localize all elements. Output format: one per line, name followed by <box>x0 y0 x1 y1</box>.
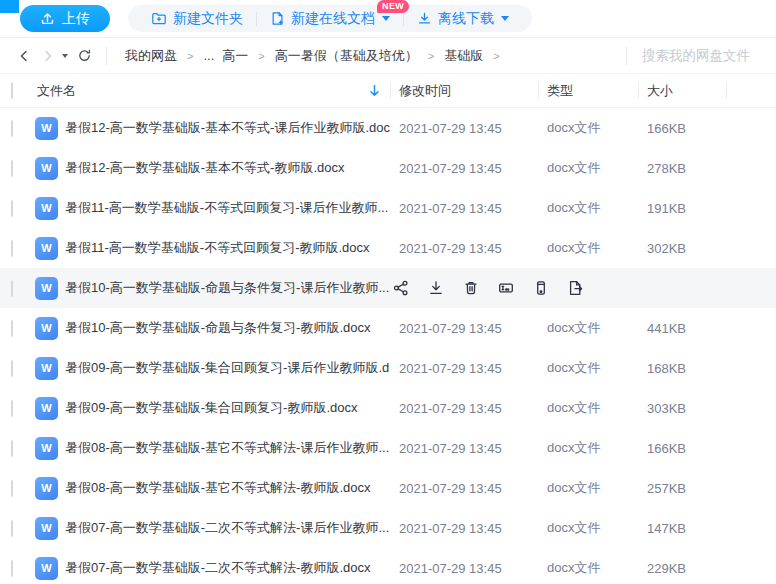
file-row[interactable]: W 暑假09-高一数学基础版-集合回顾复习-课后作业教师版.d... 2021-… <box>0 348 776 388</box>
file-name[interactable]: 暑假09-高一数学基础版-集合回顾复习-教师版.docx <box>65 399 390 417</box>
file-type: docx文件 <box>538 319 638 337</box>
column-header-name[interactable]: 文件名 <box>37 82 390 100</box>
file-size: 166KB <box>638 121 726 136</box>
search-area <box>626 47 776 65</box>
history-dropdown-icon[interactable] <box>62 54 68 58</box>
word-file-icon: W <box>35 317 58 340</box>
row-checkbox[interactable] <box>11 120 13 137</box>
download-icon[interactable] <box>427 279 445 297</box>
file-name[interactable]: 暑假09-高一数学基础版-集合回顾复习-课后作业教师版.d... <box>65 359 390 377</box>
file-row[interactable]: W 暑假10-高一数学基础版-命题与条件复习-教师版.docx 2021-07-… <box>0 308 776 348</box>
row-checkbox[interactable] <box>11 280 13 297</box>
file-name[interactable]: 暑假07-高一数学基础版-二次不等式解法-教师版.docx <box>65 559 390 577</box>
breadcrumb-item[interactable]: 高一暑假（基础及培优） <box>275 47 418 65</box>
file-name[interactable]: 暑假10-高一数学基础版-命题与条件复习-课后作业教师... <box>65 279 390 297</box>
row-checkbox[interactable] <box>11 400 13 417</box>
row-checkbox[interactable] <box>11 200 13 217</box>
file-size: 441KB <box>638 321 726 336</box>
chevron-down-icon <box>501 16 509 21</box>
file-row[interactable]: W 暑假09-高一数学基础版-集合回顾复习-教师版.docx 2021-07-2… <box>0 388 776 428</box>
word-file-icon: W <box>35 117 58 140</box>
row-checkbox[interactable] <box>11 560 13 577</box>
row-checkbox[interactable] <box>11 240 13 257</box>
file-name[interactable]: 暑假08-高一数学基础版-基它不等式解法-课后作业教师... <box>65 439 390 457</box>
word-file-icon: W <box>35 357 58 380</box>
chevron-down-icon <box>382 16 390 21</box>
file-type: docx文件 <box>538 239 638 257</box>
word-file-icon: W <box>35 437 58 460</box>
delete-icon[interactable] <box>462 279 480 297</box>
row-checkbox[interactable] <box>11 360 13 377</box>
file-row[interactable]: W 暑假12-高一数学基础版-基本不等式-教师版.docx 2021-07-29… <box>0 148 776 188</box>
file-name[interactable]: 暑假11-高一数学基础版-不等式回顾复习-课后作业教师... <box>65 199 390 217</box>
back-button[interactable] <box>12 44 36 68</box>
offline-download-label: 离线下载 <box>438 10 494 28</box>
file-name[interactable]: 暑假07-高一数学基础版-二次不等式解法-课后作业教师... <box>65 519 390 537</box>
word-file-icon: W <box>35 157 58 180</box>
new-folder-button[interactable]: 新建文件夹 <box>138 10 256 28</box>
breadcrumb-separator: > <box>428 50 434 62</box>
file-size: 191KB <box>638 201 726 216</box>
file-name[interactable]: 暑假08-高一数学基础版-基它不等式解法-教师版.docx <box>65 479 390 497</box>
row-checkbox[interactable] <box>11 160 13 177</box>
file-row[interactable]: W 暑假11-高一数学基础版-不等式回顾复习-课后作业教师... 2021-07… <box>0 188 776 228</box>
breadcrumb-item[interactable]: 基础版 <box>444 47 483 65</box>
select-all-checkbox[interactable] <box>11 82 13 99</box>
row-checkbox[interactable] <box>11 480 13 497</box>
word-file-icon: W <box>35 277 58 300</box>
search-input[interactable] <box>642 48 768 63</box>
file-size: 303KB <box>638 401 726 416</box>
file-modified-time: 2021-07-29 13:45 <box>390 401 538 416</box>
word-file-icon: W <box>35 397 58 420</box>
forward-button[interactable] <box>36 44 60 68</box>
row-action-bar <box>392 268 585 308</box>
file-name[interactable]: 暑假12-高一数学基础版-基本不等式-课后作业教师版.docx <box>65 119 390 137</box>
breadcrumb-separator: > <box>187 50 193 62</box>
file-row[interactable]: W 暑假08-高一数学基础版-基它不等式解法-课后作业教师... 2021-07… <box>0 428 776 468</box>
share-icon[interactable] <box>392 279 410 297</box>
file-size: 166KB <box>638 441 726 456</box>
word-file-icon: W <box>35 477 58 500</box>
file-name[interactable]: 暑假11-高一数学基础版-不等式回顾复习-教师版.docx <box>65 239 390 257</box>
file-name[interactable]: 暑假12-高一数学基础版-基本不等式-教师版.docx <box>65 159 390 177</box>
column-header-modified: 修改时间 <box>390 74 538 107</box>
new-online-doc-button[interactable]: 新建在线文档 NEW <box>257 10 403 28</box>
file-size: 278KB <box>638 161 726 176</box>
word-file-icon: W <box>35 517 58 540</box>
file-type: docx文件 <box>538 399 638 417</box>
file-row[interactable]: W 暑假11-高一数学基础版-不等式回顾复习-教师版.docx 2021-07-… <box>0 228 776 268</box>
breadcrumb-item[interactable]: 我的网盘 <box>125 47 177 65</box>
breadcrumb-item[interactable]: 高一 <box>222 47 248 65</box>
file-size: 168KB <box>638 361 726 376</box>
file-modified-time: 2021-07-29 13:45 <box>390 361 538 376</box>
toolbar-action-group: 新建文件夹 新建在线文档 NEW 离线下载 <box>128 5 532 32</box>
row-checkbox[interactable] <box>11 520 13 537</box>
word-file-icon: W <box>35 557 58 580</box>
file-row[interactable]: W 暑假10-高一数学基础版-命题与条件复习-课后作业教师... <box>0 268 776 308</box>
rename-icon[interactable] <box>497 279 515 297</box>
new-folder-icon <box>151 11 167 26</box>
file-row[interactable]: W 暑假07-高一数学基础版-二次不等式解法-教师版.docx 2021-07-… <box>0 548 776 584</box>
upload-button[interactable]: 上传 <box>20 5 110 32</box>
file-row[interactable]: W 暑假08-高一数学基础版-基它不等式解法-教师版.docx 2021-07-… <box>0 468 776 508</box>
file-modified-time: 2021-07-29 13:45 <box>390 561 538 576</box>
upload-icon <box>40 11 55 26</box>
top-left-accent <box>0 0 19 13</box>
toolbar: 上传 新建文件夹 新建在线文档 NEW <box>0 0 776 38</box>
row-checkbox[interactable] <box>11 320 13 337</box>
breadcrumb-item[interactable]: ... <box>203 48 214 63</box>
divider <box>626 47 627 65</box>
offline-download-button[interactable]: 离线下载 <box>404 10 522 28</box>
sort-desc-icon[interactable] <box>369 84 380 97</box>
file-size: 229KB <box>638 561 726 576</box>
file-name[interactable]: 暑假10-高一数学基础版-命题与条件复习-教师版.docx <box>65 319 390 337</box>
phone-icon[interactable] <box>532 279 550 297</box>
new-doc-label: 新建在线文档 <box>291 10 375 28</box>
export-icon[interactable] <box>567 279 585 297</box>
file-modified-time: 2021-07-29 13:45 <box>390 161 538 176</box>
column-header-type: 类型 <box>538 74 638 107</box>
refresh-button[interactable] <box>72 44 96 68</box>
file-row[interactable]: W 暑假12-高一数学基础版-基本不等式-课后作业教师版.docx 2021-0… <box>0 108 776 148</box>
file-row[interactable]: W 暑假07-高一数学基础版-二次不等式解法-课后作业教师... 2021-07… <box>0 508 776 548</box>
row-checkbox[interactable] <box>11 440 13 457</box>
